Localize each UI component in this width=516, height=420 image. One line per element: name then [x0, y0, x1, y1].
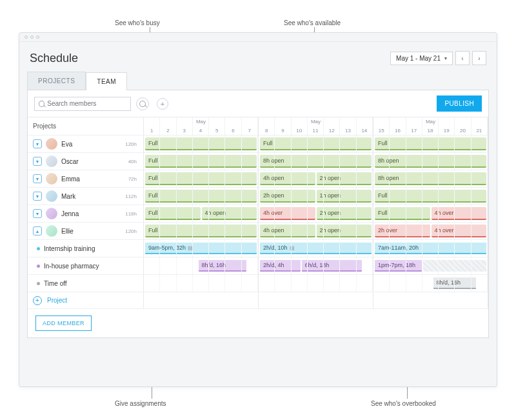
member-hours: 40h — [128, 159, 137, 165]
search-icon — [139, 101, 146, 107]
day-cell: 16 — [390, 117, 406, 135]
day-cell: 2 — [160, 117, 176, 135]
expand-toggle[interactable]: ▼ — [33, 139, 42, 148]
day-cell: 6 — [225, 117, 241, 135]
projects-column-header: Projects — [33, 123, 56, 130]
callout-overbooked: See who's overbooked — [371, 400, 436, 407]
day-cell: 1 — [144, 117, 160, 135]
avatar — [46, 190, 57, 202]
avatar — [46, 208, 57, 219]
add-member-button[interactable]: ADD MEMBER — [35, 315, 92, 331]
window-dot — [36, 35, 39, 39]
window-dot — [25, 35, 28, 39]
avatar — [46, 138, 57, 150]
day-cell: 21 — [471, 117, 488, 135]
publish-button[interactable]: PUBLISH — [437, 95, 482, 112]
day-cell: 14 — [357, 117, 373, 135]
week-3: May 15161718192021 — [373, 117, 488, 135]
page-title: Schedule — [30, 52, 78, 65]
app-window: Schedule May 1 - May 21 ▾ ‹ › PROJECTS T… — [19, 32, 497, 387]
month-label: May — [311, 119, 321, 125]
member-name: Eva — [61, 141, 72, 148]
member-name: Mark — [61, 193, 75, 200]
callout-busy: See who's busy — [115, 19, 160, 26]
add-project-row[interactable]: + Project — [28, 292, 488, 309]
day-cell: 12 — [324, 117, 340, 135]
toolbar: + PUBLISH — [28, 90, 488, 117]
member-row: ▼ Oscar 40h Full 8h open 8h open — [28, 153, 488, 170]
project-label: Time off — [44, 280, 67, 287]
page-header: Schedule May 1 - May 21 ▾ ‹ › — [19, 42, 497, 72]
window-dot — [30, 35, 34, 39]
avatar — [46, 173, 57, 185]
project-bullet — [37, 282, 40, 285]
project-label: Internship training — [44, 245, 95, 252]
month-label: May — [196, 119, 206, 125]
filter-button[interactable] — [136, 97, 149, 110]
member-row: ▼ Emma 72h Full 4h open2h open 8h open — [28, 170, 488, 188]
search-input[interactable] — [47, 100, 126, 107]
member-hours: 120h — [125, 228, 137, 234]
month-label: May — [426, 119, 435, 125]
day-cell: 10 — [292, 117, 308, 135]
date-range-picker[interactable]: May 1 - May 21 ▾ — [390, 52, 453, 65]
member-name: Emma — [61, 175, 80, 183]
member-hours: 118h — [125, 211, 137, 217]
avatar — [46, 155, 57, 167]
date-header-row: Projects May 1234567 May 891011121314 Ma… — [28, 117, 488, 135]
member-name: Ellie — [61, 228, 74, 235]
member-row: ▲ Ellie 120h Full 4h open2h open 2h over… — [28, 223, 488, 240]
member-name: Oscar — [61, 158, 79, 165]
main-panel: + PUBLISH Projects May 1234567 May 89101… — [27, 90, 489, 338]
day-cell: 13 — [340, 117, 356, 135]
member-hours: 72h — [128, 176, 137, 182]
project-label: In-house pharmacy — [44, 263, 99, 270]
expand-toggle[interactable]: ▼ — [33, 192, 42, 201]
plus-icon: + — [33, 296, 42, 305]
callout-available: See who's available — [284, 19, 341, 26]
day-cell: 20 — [455, 117, 471, 135]
tab-projects[interactable]: PROJECTS — [27, 72, 86, 90]
prev-button[interactable]: ‹ — [455, 51, 470, 65]
next-button[interactable]: › — [472, 51, 486, 65]
member-hours: 120h — [125, 141, 137, 147]
tab-team[interactable]: TEAM — [86, 72, 127, 90]
member-row: ▼ Mark 112h Full 2h open1h open Full — [28, 188, 488, 205]
day-cell: 17 — [406, 117, 422, 135]
tab-bar: PROJECTS TEAM — [19, 72, 497, 90]
date-range-label: May 1 - May 21 — [396, 55, 441, 62]
avatar — [46, 225, 57, 237]
project-sub-row: In-house pharmacy 8h/d, 16h 2h/d, 4h6h/d… — [28, 257, 488, 275]
project-sub-row: Time off 8h/d, 16h — [28, 275, 488, 292]
week-2: May 891011121314 — [259, 117, 373, 135]
project-sub-row: Internship training 9am-5pm, 32h▤ 2h/d, … — [28, 240, 488, 257]
window-titlebar — [19, 33, 497, 42]
add-button[interactable]: + — [157, 98, 168, 110]
day-cell: 7 — [242, 117, 258, 135]
day-cell: 3 — [177, 117, 193, 135]
day-cell: 8 — [259, 117, 275, 135]
callout-assignments: Give assignments — [115, 400, 166, 407]
add-project-label: Project — [47, 297, 67, 304]
day-cell: 15 — [373, 117, 390, 135]
week-1: May 1234567 — [144, 117, 259, 135]
member-row: ▼ Eva 120h Full Full Full — [28, 135, 488, 153]
chevron-down-icon: ▾ — [444, 55, 447, 61]
member-hours: 112h — [125, 194, 137, 199]
search-input-wrap[interactable] — [34, 97, 131, 111]
project-bullet — [37, 265, 40, 268]
expand-toggle[interactable]: ▼ — [33, 174, 42, 183]
expand-toggle[interactable]: ▼ — [33, 157, 42, 166]
day-cell: 19 — [439, 117, 455, 135]
expand-toggle[interactable]: ▲ — [33, 226, 42, 235]
project-bullet — [37, 247, 40, 250]
schedule-grid: Projects May 1234567 May 891011121314 Ma… — [28, 117, 488, 309]
search-icon — [39, 101, 45, 107]
member-name: Jenna — [61, 210, 79, 217]
day-cell: 5 — [209, 117, 225, 135]
member-row: ▼ Jenna 118h Full4h open 4h over2h open … — [28, 205, 488, 223]
expand-toggle[interactable]: ▼ — [33, 209, 42, 218]
day-cell: 9 — [275, 117, 291, 135]
